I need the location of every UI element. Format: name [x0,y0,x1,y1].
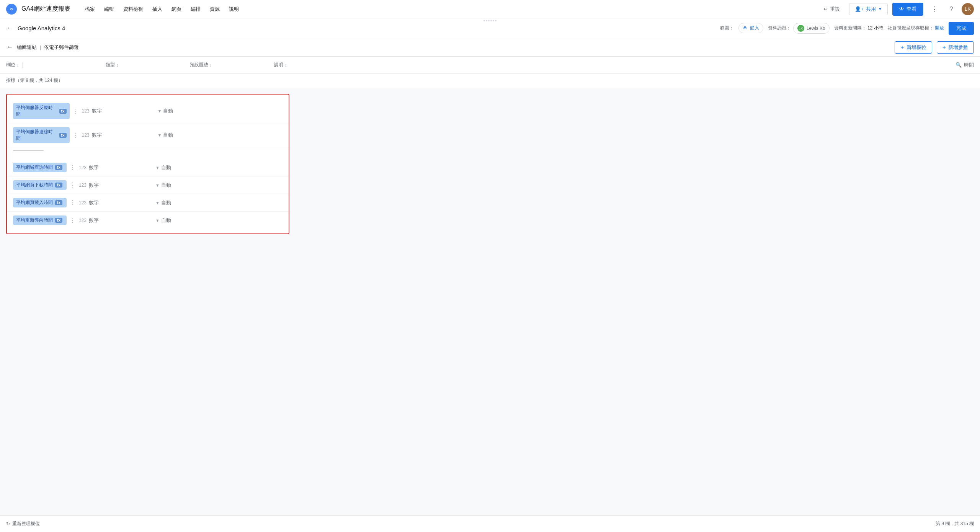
resize-handle[interactable]: | [22,62,24,69]
type-cell-6: 123 數字 [79,217,155,224]
default-dropdown-4[interactable]: ▼ [155,183,160,188]
column-header-default[interactable]: 預設匯總 ↕ [190,62,274,68]
table-row: 平均伺服器反應時間 fx ⋮ 123 數字 ▼ 自動 [7,99,289,123]
column-header-type[interactable]: 類型 ↕ [98,62,190,68]
breadcrumb-filter: 依電子郵件篩選 [44,44,79,51]
column-header-field[interactable]: 欄位 ↕ | [6,62,98,69]
field-header-label: 欄位 [6,62,15,68]
default-cell-1: ▼ 自動 [157,108,214,114]
menu-help[interactable]: 說明 [225,3,243,15]
search-icon[interactable]: 🔍 [956,62,962,68]
social-label: 社群視覺呈現存取權： [888,25,934,31]
row-more-3[interactable]: ⋮ [70,164,76,171]
type-cell-2: 123 數字 [82,132,158,139]
default-dropdown-5[interactable]: ▼ [155,201,160,205]
avatar[interactable]: LK [962,3,974,15]
row-more-5[interactable]: ⋮ [70,199,76,206]
top-bar-actions: ↩ 重設 👤+ 共用 ▼ 👁 查看 ⋮ ? LK [819,3,974,16]
breadcrumb-edit[interactable]: 編輯連結 [17,44,37,51]
update-value: 12 小時 [867,25,883,31]
view-button[interactable]: 👁 查看 [892,3,923,16]
help-button[interactable]: ? [946,3,957,15]
default-dropdown-3[interactable]: ▼ [155,165,160,170]
row-more-4[interactable]: ⋮ [70,181,76,189]
table-row: 平均重新導向時間 fx ⋮ 123 數字 ▼ 自動 [7,212,289,229]
share-icon: 👤+ [855,6,864,12]
default-dropdown-6[interactable]: ▼ [155,218,160,223]
type-icon-4: 123 [79,183,87,188]
fx-badge-5: fx [55,200,62,205]
table-row: 平均網頁下載時間 fx ⋮ 123 數字 ▼ 自動 [7,176,289,194]
more-options-button[interactable]: ⋮ [928,3,941,16]
desc-header-label: 說明 [274,62,283,68]
type-icon-2: 123 [82,132,90,138]
document-title: GA4網站速度報表 [21,5,70,13]
default-cell-5: ▼ 自動 [155,199,213,206]
share-dropdown-icon: ▼ [878,7,882,11]
row-more-1[interactable]: ⋮ [73,108,79,115]
table-row: 平均網頁載入時間 fx ⋮ 123 數字 ▼ 自動 [7,194,289,212]
default-dropdown-2[interactable]: ▼ [157,133,162,137]
fx-badge-4: fx [55,183,62,188]
breadcrumb-back-icon[interactable]: ← [6,43,13,51]
search-section: 🔍 時間 [956,62,974,69]
field-name-2: 平均伺服器連線時間 [16,129,57,142]
add-param-button[interactable]: + 新增參數 [937,41,974,54]
type-cell-4: 123 數字 [79,182,155,189]
undo-button[interactable]: ↩ 重設 [819,3,844,15]
add-column-button[interactable]: + 新增欄位 [895,41,932,54]
view-label: 查看 [906,6,916,13]
app-logo [6,4,17,15]
field-chip-2[interactable]: 平均伺服器連線時間 fx [13,127,70,143]
main-content: 平均伺服器反應時間 fx ⋮ 123 數字 ▼ 自動 平均伺服器連線時間 fx … [0,88,980,505]
column-header-description[interactable]: 說明 ↕ [274,62,389,68]
menu-resources[interactable]: 資源 [206,3,224,15]
type-label-3: 數字 [89,164,99,171]
menu-data-view[interactable]: 資料檢視 [119,3,147,15]
type-cell-1: 123 數字 [82,108,158,114]
row-more-6[interactable]: ⋮ [70,217,76,224]
menu-file[interactable]: 檔案 [81,3,99,15]
fx-badge-6: fx [55,218,62,223]
field-chip-6[interactable]: 平均重新導向時間 fx [13,215,67,225]
type-label-1: 數字 [92,108,102,114]
share-button[interactable]: 👤+ 共用 ▼ [849,3,888,15]
type-label-2: 數字 [92,132,102,139]
default-sort-icon: ↕ [210,63,212,67]
drag-indicator [482,18,498,23]
desc-sort-icon: ↕ [285,63,287,67]
menu-insert[interactable]: 插入 [149,3,166,15]
social-value[interactable]: 開放 [935,25,944,31]
add-param-label: 新增參數 [948,44,968,51]
default-cell-3: ▼ 自動 [155,164,213,171]
fx-badge-3: fx [55,165,62,170]
eye-icon: 👁 [743,25,748,31]
default-cell-4: ▼ 自動 [155,182,213,189]
undo-icon: ↩ [823,6,828,12]
breadcrumb-actions: + 新增欄位 + 新增參數 [895,41,974,54]
top-menu-bar: GA4網站速度報表 檔案 編輯 資料檢視 插入 網頁 編排 資源 說明 ↩ 重設… [0,0,980,18]
complete-button[interactable]: 完成 [949,22,974,35]
field-chip-3[interactable]: 平均網域查詢時間 fx [13,163,67,172]
row-more-2[interactable]: ⋮ [73,132,79,139]
field-chip-5[interactable]: 平均網頁載入時間 fx [13,198,67,207]
type-cell-3: 123 數字 [79,164,155,171]
default-cell-2: ▼ 自動 [157,132,214,139]
field-chip-1[interactable]: 平均伺服器反應時間 fx [13,103,70,119]
back-arrow-icon[interactable]: ← [6,24,13,32]
default-header-label: 預設匯總 [190,62,208,68]
second-bar: ← Google Analytics 4 範圍： 👁 嵌入 資料憑證： LK L… [0,18,980,38]
credentials-label: 資料憑證： [768,25,791,31]
field-chip-4[interactable]: 平均網頁下載時間 fx [13,180,67,190]
menu-page[interactable]: 網頁 [168,3,185,15]
menu-arrange[interactable]: 編排 [187,3,204,15]
menu-edit[interactable]: 編輯 [100,3,118,15]
info-text: 指標（第 9 欄，共 124 欄） [6,78,63,83]
embed-badge[interactable]: 👁 嵌入 [738,23,763,33]
credentials-section: 資料憑證： LK Lewis Ko [768,23,830,34]
type-sort-icon: ↕ [116,63,119,67]
add-column-icon: + [900,44,904,51]
breadcrumb-bar: ← 編輯連結 | 依電子郵件篩選 + 新增欄位 + 新增參數 [0,38,980,57]
user-chip[interactable]: LK Lewis Ko [793,23,830,34]
default-dropdown-1[interactable]: ▼ [157,109,162,113]
